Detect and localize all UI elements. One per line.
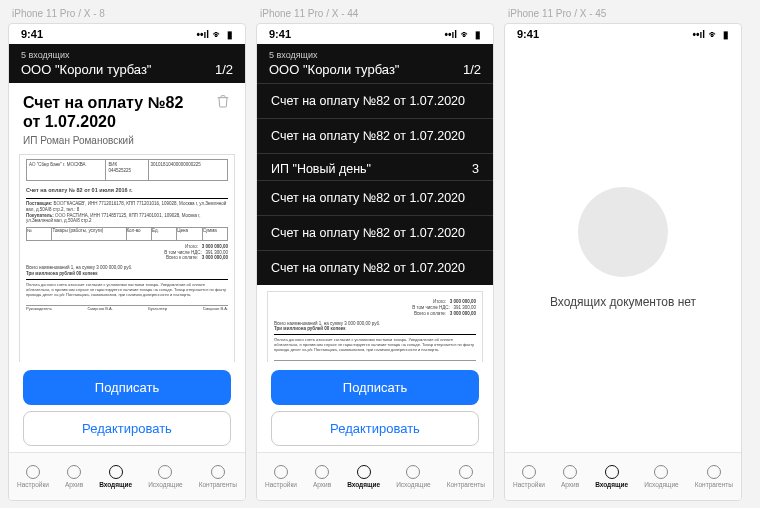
org-name: ООО "Короли турбаз": [21, 62, 152, 77]
signal-icon: ••ıl: [692, 29, 705, 40]
wifi-icon: ᯤ: [461, 29, 471, 40]
invoice-sum-words: Три миллиона рублей 00 копеек: [26, 271, 98, 276]
page-indicator: 1/2: [463, 62, 481, 77]
tab-archive[interactable]: Архив: [313, 465, 331, 488]
wifi-icon: ᯤ: [709, 29, 719, 40]
empty-circle-icon: [578, 187, 668, 277]
status-icons: ••ıl ᯤ ▮: [444, 29, 481, 40]
tab-settings[interactable]: Настройки: [17, 465, 49, 488]
invoice-note: Оплата данного счета означает согласие с…: [26, 282, 228, 297]
circle-icon: [211, 465, 225, 479]
doc-title-line2: от 1.07.2020: [23, 112, 183, 131]
tab-outbox[interactable]: Исходящие: [644, 465, 678, 488]
invoice-preview-partial[interactable]: Итого: 3 000 000,00 В том числе НДС: 391…: [267, 291, 483, 362]
status-time: 9:41: [269, 28, 291, 40]
dropdown-group[interactable]: ИП "Новый день" 3: [257, 153, 493, 180]
tab-settings[interactable]: Настройки: [265, 465, 297, 488]
invoice-note: Оплата данного счета означает согласие с…: [274, 337, 476, 352]
group-count: 3: [472, 162, 479, 176]
circle-icon: [109, 465, 123, 479]
incoming-count: 5 входящих: [21, 50, 70, 60]
sig-accountant-label: Бухгалтер: [148, 306, 167, 311]
phone-frame: 9:41 ••ıl ᯤ ▮ Входящих документов нет На…: [504, 23, 742, 501]
bank-account: 30101810400000000225: [149, 160, 227, 180]
circle-icon: [158, 465, 172, 479]
page-indicator: 1/2: [215, 62, 233, 77]
edit-button[interactable]: Редактировать: [271, 411, 479, 446]
tab-settings[interactable]: Настройки: [513, 465, 545, 488]
tab-inbox[interactable]: Входящие: [347, 465, 380, 488]
battery-icon: ▮: [475, 29, 481, 40]
buyer-label: Покупатель:: [26, 213, 54, 218]
phone-frame: 9:41 ••ıl ᯤ ▮ 5 входящих ООО "Короли тур…: [256, 23, 494, 501]
dropdown-list: Счет на оплату №82 от 1.07.2020 Счет на …: [257, 83, 493, 285]
dropdown-item[interactable]: Счет на оплату №82 от 1.07.2020: [257, 83, 493, 118]
signal-icon: ••ıl: [444, 29, 457, 40]
tab-archive[interactable]: Архив: [561, 465, 579, 488]
invoice-title: Счет на оплату № 82 от 01 июля 2016 г.: [26, 187, 228, 194]
battery-icon: ▮: [227, 29, 233, 40]
sign-button[interactable]: Подписать: [23, 370, 231, 405]
status-icons: ••ıl ᯤ ▮: [692, 29, 729, 40]
doc-subtitle: ИП Роман Романовский: [9, 135, 245, 154]
phone-frame: 9:41 ••ıl ᯤ ▮ 5 входящих ООО "Короли тур…: [8, 23, 246, 501]
supplier-label: Поставщик:: [26, 201, 52, 206]
tab-bar: Настройки Архив Входящие Исходящие Контр…: [257, 452, 493, 500]
frame-label: iPhone 11 Pro / X - 45: [504, 8, 742, 19]
status-icons: ••ıl ᯤ ▮: [196, 29, 233, 40]
trash-icon[interactable]: [215, 93, 231, 109]
tab-contragents[interactable]: Контрагенты: [695, 465, 733, 488]
circle-icon: [67, 465, 81, 479]
dropdown-item[interactable]: Счет на оплату №82 от 1.07.2020: [257, 118, 493, 153]
supplier-value: БООГ'КАСАЕВ', ИНН 7712016178, КПП 771201…: [26, 201, 226, 212]
edit-button[interactable]: Редактировать: [23, 411, 231, 446]
tab-contragents[interactable]: Контрагенты: [199, 465, 237, 488]
org-name: ООО "Короли турбаз": [269, 62, 400, 77]
group-name: ИП "Новый день": [271, 162, 371, 176]
status-bar: 9:41 ••ıl ᯤ ▮: [9, 24, 245, 44]
tab-inbox[interactable]: Входящие: [99, 465, 132, 488]
frame-label: iPhone 11 Pro / X - 8: [8, 8, 246, 19]
sig-director-name: Смирнов В.А.: [87, 306, 112, 311]
status-time: 9:41: [517, 28, 539, 40]
tab-bar: Настройки Архив Входящие Исходящие Контр…: [505, 452, 741, 500]
bik-value: 044525225: [108, 168, 131, 173]
circle-icon: [26, 465, 40, 479]
bank-name: АО "Сбер Банк" г. МОСКВА: [27, 160, 106, 180]
tab-outbox[interactable]: Исходящие: [148, 465, 182, 488]
tab-inbox[interactable]: Входящие: [595, 465, 628, 488]
dropdown-item[interactable]: Счет на оплату №82 от 1.07.2020: [257, 215, 493, 250]
empty-text: Входящих документов нет: [550, 295, 696, 309]
dropdown-item[interactable]: Счет на оплату №82 от 1.07.2020: [257, 180, 493, 215]
sig-accountant-name: Смирнов В.А.: [203, 306, 228, 311]
incoming-count: 5 входящих: [269, 50, 318, 60]
signal-icon: ••ıl: [196, 29, 209, 40]
invoice-sum-words: Три миллиона рублей 00 копеек: [274, 326, 346, 331]
status-bar: 9:41 ••ıl ᯤ ▮: [257, 24, 493, 44]
empty-state: Входящих документов нет: [505, 44, 741, 452]
sig-director-label: Руководитель: [26, 306, 52, 311]
frame-label: iPhone 11 Pro / X - 44: [256, 8, 494, 19]
status-bar: 9:41 ••ıl ᯤ ▮: [505, 24, 741, 44]
header-bar[interactable]: 5 входящих ООО "Короли турбаз" 1/2: [257, 44, 493, 83]
battery-icon: ▮: [723, 29, 729, 40]
tab-archive[interactable]: Архив: [65, 465, 83, 488]
dropdown-item[interactable]: Счет на оплату №82 от 1.07.2020: [257, 250, 493, 285]
sign-button[interactable]: Подписать: [271, 370, 479, 405]
invoice-table: №Товары (работы, услуги)Кол-воЕд.ЦенаСум…: [26, 227, 228, 241]
tab-outbox[interactable]: Исходящие: [396, 465, 430, 488]
tab-contragents[interactable]: Контрагенты: [447, 465, 485, 488]
bik-label: БИК: [108, 162, 117, 167]
doc-title-line1: Счет на оплату №82: [23, 93, 183, 112]
invoice-preview[interactable]: АО "Сбер Банк" г. МОСКВА БИК044525225 30…: [19, 154, 235, 362]
header-bar[interactable]: 5 входящих ООО "Короли турбаз" 1/2: [9, 44, 245, 83]
wifi-icon: ᯤ: [213, 29, 223, 40]
tab-bar: Настройки Архив Входящие Исходящие Контр…: [9, 452, 245, 500]
status-time: 9:41: [21, 28, 43, 40]
